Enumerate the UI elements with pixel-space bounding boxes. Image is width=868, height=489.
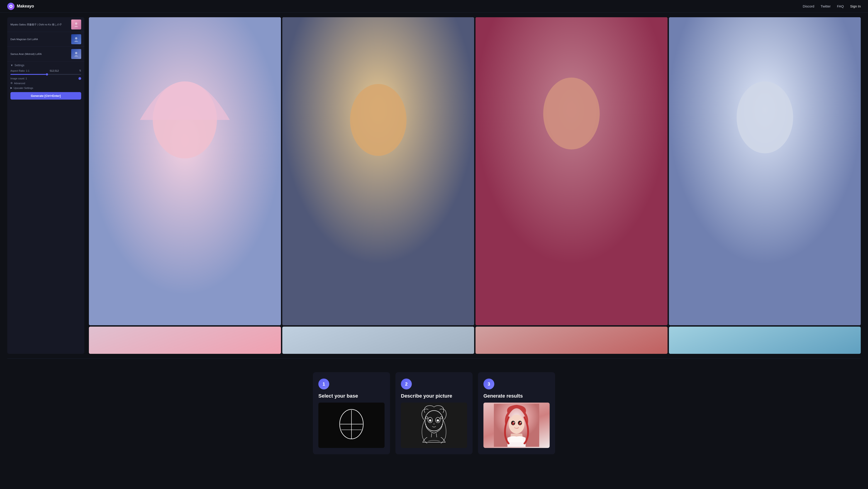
image-row-2 xyxy=(89,327,861,354)
settings-label: Settings xyxy=(14,64,24,67)
aspect-ratio-label: Aspect Ratio: 1:1 xyxy=(10,69,29,72)
lora-item-3[interactable]: Samus Aran (Metroid) LoRA xyxy=(7,47,84,61)
image-card-1[interactable] xyxy=(89,17,281,325)
svg-point-1 xyxy=(75,23,77,25)
svg-point-20 xyxy=(437,419,439,422)
hero-section: Miyako Saitou 斉藤都子 | Oshi no Ko 推しの子 Dar… xyxy=(0,13,868,358)
svg-point-32 xyxy=(519,422,521,425)
svg-rect-4 xyxy=(89,17,281,325)
gear-icon: ⚙ xyxy=(10,82,13,85)
lora-name-3: Samus Aran (Metroid) LoRA xyxy=(10,53,42,55)
step-card-2: 2 Describe your picture xyxy=(396,372,472,454)
step-card-1: 1 Select your base xyxy=(313,372,390,454)
image-grid xyxy=(89,17,861,354)
aspect-ratio-toggle[interactable]: ⇅ xyxy=(79,69,81,72)
svg-point-16 xyxy=(425,410,443,431)
svg-rect-10 xyxy=(669,17,861,325)
twitter-link[interactable]: Twitter xyxy=(820,4,831,8)
upscaler-row[interactable]: ▶ Upscaler Settings xyxy=(10,86,81,89)
advanced-row[interactable]: ⚙ Advanced xyxy=(10,82,81,85)
image-count-label: Image count: 1 xyxy=(10,77,27,80)
svg-line-21 xyxy=(431,433,432,437)
steps-section: 1 Select your base 2 Describe your pictu… xyxy=(0,359,868,472)
aspect-ratio-row: Aspect Ratio: 1:1 512,512 ⇅ xyxy=(10,69,81,72)
lora-thumb-3 xyxy=(71,49,81,59)
image-card-3[interactable] xyxy=(475,17,668,325)
lora-thumb-1 xyxy=(71,20,81,29)
lora-item-1[interactable]: Miyako Saitou 斉藤都子 | Oshi no Ko 推しの子 xyxy=(7,17,84,32)
image-count-row: Image count: 1 xyxy=(10,77,81,80)
generate-button[interactable]: Generate [Ctrl+Enter] xyxy=(10,92,81,99)
step-image-1[interactable] xyxy=(318,403,384,448)
image-card-6[interactable] xyxy=(282,327,474,354)
lora-thumb-2 xyxy=(71,34,81,44)
discord-link[interactable]: Discord xyxy=(803,4,814,8)
settings-toggle[interactable]: ▼ Settings xyxy=(10,64,81,67)
step-title-2: Describe your picture xyxy=(401,393,467,399)
step-title-3: Generate results xyxy=(484,393,550,399)
svg-line-22 xyxy=(436,433,437,437)
image-card-7[interactable] xyxy=(475,327,668,354)
image-card-4[interactable] xyxy=(669,17,861,325)
svg-point-23 xyxy=(426,417,428,419)
upscaler-label: Upscaler Settings xyxy=(13,87,33,89)
step-image-2[interactable] xyxy=(401,403,467,448)
faq-link[interactable]: FAQ xyxy=(837,4,844,8)
signin-link[interactable]: Sign In xyxy=(850,4,861,8)
brand-name: Makeayo xyxy=(17,4,34,9)
step-title-1: Select your base xyxy=(318,393,384,399)
svg-point-9 xyxy=(543,78,600,150)
navbar: Makeayo Discord Twitter FAQ Sign In xyxy=(0,0,868,13)
svg-point-19 xyxy=(429,419,431,422)
logo-icon xyxy=(7,3,14,10)
image-card-8[interactable] xyxy=(669,327,861,354)
step-badge-1: 1 xyxy=(318,378,329,390)
step-badge-3: 3 xyxy=(484,378,494,390)
chevron-down-icon: ▼ xyxy=(10,64,13,67)
svg-rect-6 xyxy=(282,17,474,325)
svg-point-26 xyxy=(508,415,525,434)
svg-point-3 xyxy=(75,52,77,54)
aspect-ratio-value: 512,512 xyxy=(50,69,59,72)
lora-item-2[interactable]: Dark Magician Girl LoRA xyxy=(7,32,84,47)
lora-name-2: Dark Magician Girl LoRA xyxy=(10,38,38,40)
nav-links: Discord Twitter FAQ Sign In xyxy=(803,4,861,8)
brand-area: Makeayo xyxy=(7,3,34,10)
image-row-1 xyxy=(89,17,861,325)
lora-name-1: Miyako Saitou 斉藤都子 | Oshi no Ko 推しの子 xyxy=(10,23,62,26)
settings-panel: ▼ Settings Aspect Ratio: 1:1 512,512 ⇅ I… xyxy=(7,61,84,102)
image-card-5[interactable] xyxy=(89,327,281,354)
step-card-3: 3 Generate results xyxy=(478,372,555,454)
step-badge-2: 2 xyxy=(401,378,412,390)
count-dot xyxy=(79,77,81,80)
svg-point-11 xyxy=(737,82,793,153)
aspect-ratio-slider[interactable] xyxy=(10,74,81,75)
svg-rect-8 xyxy=(475,17,668,325)
image-card-2[interactable] xyxy=(282,17,474,325)
svg-point-7 xyxy=(350,84,406,156)
chevron-right-icon: ▶ xyxy=(10,86,12,89)
left-panel: Miyako Saitou 斉藤都子 | Oshi no Ko 推しの子 Dar… xyxy=(7,17,84,354)
step-image-3[interactable] xyxy=(484,403,550,448)
advanced-label: Advanced xyxy=(14,82,25,85)
svg-point-2 xyxy=(75,37,77,39)
svg-point-24 xyxy=(440,417,442,419)
svg-point-31 xyxy=(512,422,514,425)
